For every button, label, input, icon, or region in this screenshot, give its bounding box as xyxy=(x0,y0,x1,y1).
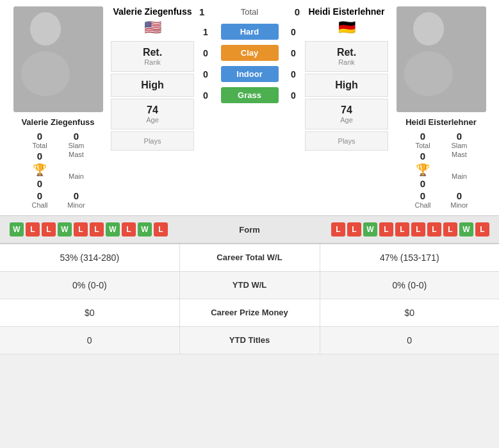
right-age-box: 74 Age xyxy=(305,99,388,129)
right-form-badges: LLWLLLLLWL xyxy=(331,222,489,236)
form-badge-l: L xyxy=(475,222,489,236)
bottom-row-2: $0 Career Prize Money $0 xyxy=(0,299,499,327)
form-badge-l: L xyxy=(42,222,56,236)
form-badge-w: W xyxy=(58,222,72,236)
right-stat-mast: 0 🏆 0 xyxy=(405,151,441,189)
bottom-row-0: 53% (314-280) Career Total W/L 47% (153-… xyxy=(0,244,499,272)
surfaces-column: 1 Total 0 1 Hard 0 0 Clay 0 0 Indoor 0 0… xyxy=(194,6,305,209)
left-flag: 🇺🇸 xyxy=(111,19,194,36)
form-badge-l: L xyxy=(379,222,393,236)
bottom-row-3: 0 YTD Titles 0 xyxy=(0,327,499,354)
right-rank-box: Ret. Rank xyxy=(305,41,388,72)
left-high-box: High xyxy=(111,74,194,97)
left-player-name: Valerie Ziegenfuss xyxy=(21,117,94,127)
bottom-row-1: 0% (0-0) YTD W/L 0% (0-0) xyxy=(0,272,499,299)
form-badge-l: L xyxy=(331,222,345,236)
form-badge-l: L xyxy=(122,222,136,236)
left-stat-mast: 0 🏆 0 xyxy=(22,151,58,189)
right-header-name: Heidi Eisterlehner xyxy=(305,6,388,17)
right-player-stats: 0 Total 0 Slam 0 🏆 0 Mast Main xyxy=(388,131,494,209)
form-badge-l: L xyxy=(427,222,441,236)
right-plays-box: Plays xyxy=(305,131,388,151)
right-stat-total: 0 Total xyxy=(405,131,441,149)
left-stat-slam: 0 Slam xyxy=(59,131,94,149)
svg-point-3 xyxy=(404,51,453,96)
bottom-stats: 53% (314-280) Career Total W/L 47% (153-… xyxy=(0,243,499,354)
form-badge-l: L xyxy=(26,222,40,236)
form-badge-l: L xyxy=(411,222,425,236)
svg-point-0 xyxy=(30,12,61,46)
svg-point-2 xyxy=(413,12,444,46)
right-high-box: High xyxy=(305,74,388,97)
left-header-name: Valerie Ziegenfuss xyxy=(111,6,194,17)
surface-row-clay: 0 Clay 0 xyxy=(197,44,302,62)
left-rank-box: Ret. Rank xyxy=(111,41,194,72)
left-trophy-icon: 🏆 xyxy=(33,163,47,177)
left-stat-chall: 0 Chall xyxy=(22,190,58,209)
right-player-card: Heidi Eisterlehner 0 Total 0 Slam 0 🏆 0 … xyxy=(388,6,494,209)
left-stats-column: Valerie Ziegenfuss 🇺🇸 Ret. Rank High 74 … xyxy=(111,6,194,209)
form-badge-w: W xyxy=(363,222,377,236)
left-stat-minor: 0 Minor xyxy=(59,190,94,209)
right-flag: 🇩🇪 xyxy=(305,19,388,36)
right-stat-minor: 0 Minor xyxy=(442,190,477,209)
left-player-card: Valerie Ziegenfuss 0 Total 0 Slam 0 🏆 0 … xyxy=(5,6,111,209)
right-player-avatar xyxy=(397,6,486,112)
right-trophy-icon: 🏆 xyxy=(416,163,430,177)
svg-point-1 xyxy=(21,51,70,96)
left-plays-box: Plays xyxy=(111,131,194,151)
surface-rows: 1 Hard 0 0 Clay 0 0 Indoor 0 0 Grass 0 xyxy=(197,22,302,107)
right-stat-chall: 0 Chall xyxy=(405,190,441,209)
main-container: Valerie Ziegenfuss 0 Total 0 Slam 0 🏆 0 … xyxy=(0,0,499,354)
form-section: WLLWLLWLWL Form LLWLLLLLWL xyxy=(0,215,499,243)
left-player-stats: 0 Total 0 Slam 0 🏆 0 Mast Main xyxy=(5,131,111,209)
form-badge-w: W xyxy=(459,222,473,236)
left-stat-labels: Mast Main xyxy=(59,151,94,189)
left-player-avatar xyxy=(13,6,103,112)
right-stats-column: Heidi Eisterlehner 🇩🇪 Ret. Rank High 74 … xyxy=(305,6,388,209)
form-badge-l: L xyxy=(74,222,88,236)
right-player-name: Heidi Eisterlehner xyxy=(405,117,477,127)
form-badge-l: L xyxy=(347,222,361,236)
left-form-badges: WLLWLLWLWL xyxy=(10,222,168,236)
form-badge-w: W xyxy=(10,222,24,236)
form-badge-l: L xyxy=(395,222,409,236)
right-stat-labels: Mast Main xyxy=(442,151,477,189)
surface-row-hard: 1 Hard 0 xyxy=(197,22,302,41)
form-badge-l: L xyxy=(90,222,104,236)
form-badge-w: W xyxy=(138,222,152,236)
form-badge-w: W xyxy=(106,222,120,236)
total-row: 1 Total 0 xyxy=(197,6,302,17)
form-label: Form xyxy=(231,225,269,235)
left-stat-total: 0 Total xyxy=(22,131,58,149)
surface-row-indoor: 0 Indoor 0 xyxy=(197,65,302,83)
left-age-box: 74 Age xyxy=(111,99,194,129)
form-badge-l: L xyxy=(154,222,168,236)
surface-row-grass: 0 Grass 0 xyxy=(197,86,302,104)
top-section: Valerie Ziegenfuss 0 Total 0 Slam 0 🏆 0 … xyxy=(0,0,499,215)
form-badge-l: L xyxy=(443,222,457,236)
right-stat-slam: 0 Slam xyxy=(442,131,477,149)
